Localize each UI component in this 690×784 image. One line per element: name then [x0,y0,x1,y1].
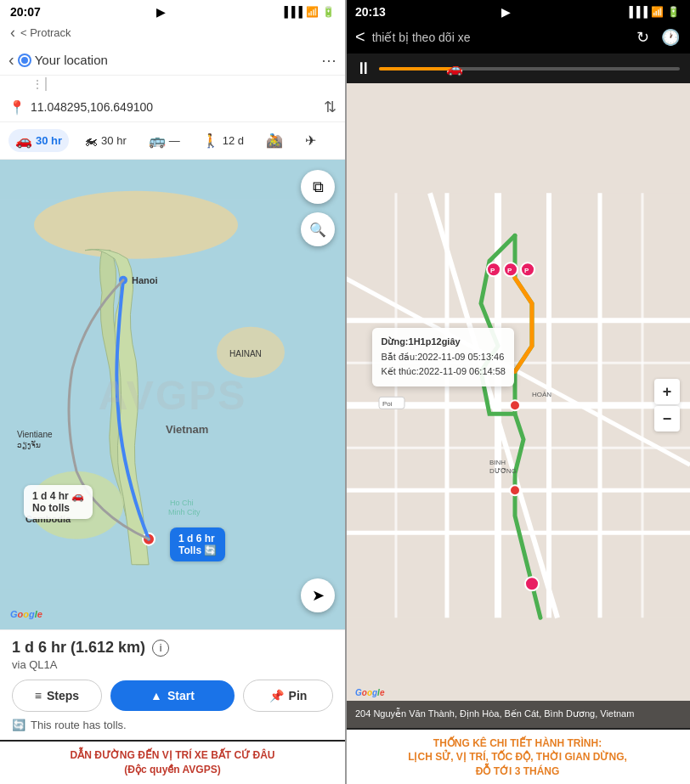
bus-icon: 🚌 [149,133,166,149]
location-back-btn[interactable]: ‹ [8,50,14,70]
promo-line2-right: LỊCH SỬ, VỊ TRÍ, TỐC ĐỘ, THỜI GIAN DỪNG, [408,751,627,763]
swap-icon[interactable]: ⇅ [324,98,337,116]
play-pause-button[interactable]: ⏸ [355,59,372,78]
action-buttons: ≡ Steps ▲ Start 📌 Pin [12,680,333,712]
protrack-bar: ‹ < Protrack [0,22,345,45]
walk-icon: 🚶 [202,133,219,149]
status-icons-left: ▐▐▐ 📶 🔋 [280,6,335,18]
walk-duration: 12 d [223,134,244,147]
bus-duration: — [169,134,180,147]
transport-moto[interactable]: 🏍 30 hr [77,130,133,152]
history-button[interactable]: 🕐 [661,28,680,47]
promo-line3-right: ĐỖ TỚI 3 THÁNG [476,765,560,777]
callout1-line2: No tolls [32,502,84,514]
progress-fill [379,67,455,71]
transport-fly[interactable]: ✈ [298,129,323,152]
svg-text:P: P [490,267,495,274]
popup-line1: Bắt đầu:2022-11-09 05:13:46 [381,350,505,365]
info-icon[interactable]: i [152,640,169,657]
route-callout-notoll: 1 d 4 hr 🚗 No tolls [24,485,93,519]
svg-text:Vietnam: Vietnam [166,423,208,436]
protrack-back[interactable]: ‹ [10,24,15,42]
svg-text:Poi: Poi [382,400,393,408]
gps-header: < thiết bị theo dõi xe ↻ 🕐 [345,22,690,54]
toll-text: This route has tolls. [31,719,127,731]
time-right: 20:13 [355,5,386,19]
start-arrow-icon: ▲ [150,689,162,702]
location-input[interactable] [35,53,316,67]
location-dot [20,55,30,65]
gps-title: thiết bị theo dõi xe [372,31,625,44]
via-row: via QL1A [12,658,333,671]
vline-row: ⋮ [0,76,345,93]
steps-icon: ≡ [35,689,42,702]
coords-input[interactable] [31,100,319,114]
svg-text:P: P [524,267,529,274]
promo-line1-left: DẪN ĐƯỜNG ĐẾN VỊ TRÍ XE BẤT CỨ ĐÂU [70,749,274,761]
search-button[interactable]: 🔍 [301,212,335,246]
transport-bike[interactable]: 🚵 [259,129,290,152]
start-button[interactable]: ▲ Start [110,680,235,711]
svg-text:BINH: BINH [489,459,506,466]
layers-button[interactable]: ⧉ [301,170,335,204]
protrack-label: < Protrack [20,26,71,39]
zoom-controls: + − [654,379,680,431]
promo-text-right: THỐNG KÊ CHI TIẾT HÀNH TRÌNH: LỊCH SỬ, V… [357,736,678,779]
panel-divider [345,0,347,784]
svg-text:HAINAN: HAINAN [229,349,262,358]
svg-point-36 [510,485,520,495]
transport-bar: 🚗 30 hr 🏍 30 hr 🚌 — 🚶 12 d 🚵 ✈ [0,122,345,160]
pin-button[interactable]: 📌 Pin [243,680,333,712]
zoom-out-button[interactable]: − [654,406,680,431]
steps-button[interactable]: ≡ Steps [12,680,102,712]
info-popup: Dừng:1H1p12giây Bắt đầu:2022-11-09 05:13… [372,328,513,386]
svg-text:Vientiane: Vientiane [17,430,53,439]
time-left: 20:07 [10,5,41,19]
google-logo-right: Google [355,688,384,697]
car-icon: 🚗 [15,133,32,149]
pin-icon-btn: 📌 [269,689,284,702]
car-progress-icon: 🚗 [446,60,463,76]
map-area-right: P P P HOÀN BINH DƯƠNG Poi Dừng:1H1p12giâ… [345,83,690,728]
popup-line2: Kết thúc:2022-11-09 06:14:58 [381,364,505,380]
coords-row: 📍 ⇅ [0,93,345,122]
promo-line2-left: (Độc quyền AVGPS) [124,764,220,776]
svg-text:Ho Chi: Ho Chi [170,499,194,507]
zoom-in-button[interactable]: + [654,379,680,404]
callout2-line2: Tolls 🔄 [178,544,217,556]
right-panel: 20:13 ▶ ▐▐▐ 📶 🔋 < thiết bị theo dõi xe ↻… [345,0,690,784]
address-bar: 204 Nguyễn Văn Thành, Định Hòa, Bến Cát,… [345,701,690,727]
gps-back-button[interactable]: < [355,27,365,47]
callout1-line1: 1 d 4 hr 🚗 [32,490,84,502]
start-label: Start [167,689,195,702]
destination-pin-icon: 📍 [8,99,25,116]
battery-right: 🔋 [667,6,680,18]
transport-car[interactable]: 🚗 30 hr [8,129,69,152]
progress-track[interactable]: 🚗 [379,67,680,71]
bottom-promo-left: DẪN ĐƯỜNG ĐẾN VỊ TRÍ XE BẤT CỨ ĐÂU (Độc … [0,740,345,784]
location-more-btn[interactable]: ⋯ [321,51,337,70]
svg-text:Hanoi: Hanoi [132,275,158,285]
svg-text:HOÀN: HOÀN [532,391,551,398]
svg-point-37 [525,577,539,590]
status-bar-right: 20:13 ▶ ▐▐▐ 📶 🔋 [345,0,690,22]
toll-notice: 🔄 This route has tolls. [12,719,333,735]
location-row: ‹ ⋯ [0,45,345,76]
playback-bar: ⏸ 🚗 [345,54,690,83]
toll-icon: 🔄 [12,719,25,731]
duration-text: 1 d 6 hr (1.612 km) [12,639,145,657]
moto-icon: 🏍 [84,133,98,149]
svg-point-1 [34,191,238,259]
transport-bus[interactable]: 🚌 — [142,129,187,152]
bottom-promo-right: THỐNG KÊ CHI TIẾT HÀNH TRÌNH: LỊCH SỬ, V… [345,728,690,784]
svg-text:DƯƠNG: DƯƠNG [489,467,517,475]
svg-text:Minh City: Minh City [168,508,201,516]
svg-text:ວຽງຈັນ: ວຽງຈັນ [17,440,41,450]
wifi-left: 📶 [306,6,319,18]
route-callout-toll: 1 d 6 hr Tolls 🔄 [170,527,225,561]
nav-icon-right: ▶ [501,6,510,19]
bike-icon: 🚵 [266,133,283,149]
battery-left: 🔋 [322,6,335,18]
transport-walk[interactable]: 🚶 12 d [195,129,251,152]
refresh-button[interactable]: ↻ [636,28,649,47]
